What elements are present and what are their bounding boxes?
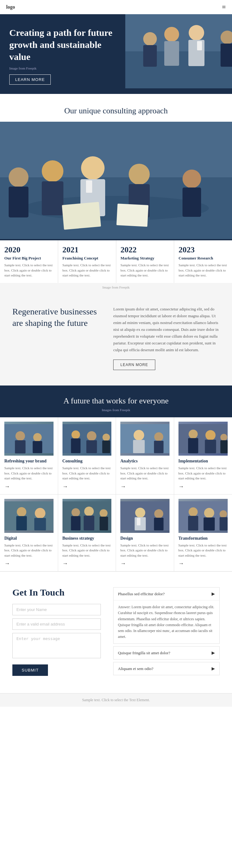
svg-point-17 [42,160,63,182]
team-photo [0,122,232,239]
svg-rect-27 [116,204,148,227]
milestone-title-2020: Our First Big Project [4,256,54,261]
service-card-brand: Refreshing your brand Sample text. Click… [0,417,58,495]
svg-rect-76 [219,517,227,530]
svg-point-29 [16,431,25,441]
milestones-section: 2020 Our First Big Project Sample text. … [0,239,232,283]
milestone-text-2023: Sample text. Click to select the text bo… [178,262,228,278]
svg-point-53 [17,507,26,517]
svg-point-50 [220,434,227,441]
service-grid: Refreshing your brand Sample text. Click… [0,417,232,571]
service-arrow-implementation[interactable]: → [178,484,228,490]
faq-question-text-2: Quisque fringilla sit amet dolor? [118,651,170,655]
regen-learn-more-button[interactable]: LEARN MORE [113,360,155,370]
svg-point-24 [182,169,201,188]
service-arrow-consulting[interactable]: → [62,484,112,490]
regen-heading: Regenerative businesses are shaping the … [12,306,101,329]
service-image-digital [4,499,54,533]
svg-rect-42 [133,440,145,453]
milestone-title-2022: Marketing Strategy [121,256,170,261]
contact-submit-button[interactable]: SUBMIT [12,664,48,676]
svg-point-58 [71,508,80,517]
milestone-text-2020: Sample text. Click to select the text bo… [4,262,54,278]
contact-message-input[interactable] [12,633,101,658]
svg-rect-3 [143,45,157,67]
svg-point-38 [103,434,110,441]
svg-rect-52 [4,501,54,530]
svg-rect-72 [188,516,198,530]
faq-container: Phasellus sed efficitur dolor? ▶ Answer:… [113,587,220,678]
service-card-consulting: Consulting Sample text. Click to select … [58,417,116,495]
faq-question-2[interactable]: Quisque fringilla sit amet dolor? ▶ [114,647,219,659]
svg-point-55 [35,508,46,518]
svg-point-31 [33,433,41,441]
service-name-brand: Refreshing your brand [4,459,54,464]
team-photo-credit: Image from Freepik [0,283,232,290]
svg-rect-25 [182,187,201,217]
milestone-year-2022: 2022 [121,245,170,254]
svg-point-36 [87,431,96,441]
svg-rect-49 [205,440,216,454]
service-image-brand [4,422,54,456]
svg-rect-74 [204,518,215,530]
contact-email-input[interactable] [12,618,101,630]
hero-title: Creating a path for future growth and su… [9,27,116,63]
faq-question-text-3: Aliquam et sem odio? [118,666,153,671]
svg-rect-51 [220,440,228,453]
contact-section: Get In Touch SUBMIT Phasellus sed effici… [0,571,232,693]
service-card-implementation: Implementation Sample text. Click to sel… [174,417,232,495]
service-arrow-digital[interactable]: → [4,560,54,567]
svg-rect-16 [9,187,28,217]
hero-learn-more-button[interactable]: LEARN MORE [9,74,51,85]
faq-arrow-3: ▶ [211,666,215,671]
milestone-title-2023: Consumer Research [178,256,228,261]
faq-question-text-1: Phasellus sed efficitur dolor? [118,592,165,596]
svg-point-43 [154,432,163,441]
hero-photo-svg [125,14,232,88]
service-arrow-design[interactable]: → [120,560,170,567]
service-arrow-brand[interactable]: → [4,484,54,490]
service-text-analytics: Sample text. Click to select the text bo… [120,466,170,481]
logo: logo [6,4,15,10]
svg-rect-63 [99,517,108,530]
milestone-2023: 2023 Consumer Research Sample text. Clic… [174,240,232,283]
service-arrow-analytics[interactable]: → [120,484,170,490]
service-text-consulting: Sample text. Click to select the text bo… [62,466,112,481]
faq-question-3[interactable]: Aliquam et sem odio? ▶ [114,662,219,675]
hero-content: Creating a path for future growth and su… [0,14,125,94]
svg-rect-21 [86,180,92,193]
svg-rect-44 [154,441,164,453]
hero-image-credit: Image from Freepik [9,66,116,70]
svg-rect-67 [137,518,140,525]
svg-point-46 [188,430,197,439]
svg-rect-5 [164,41,179,66]
faq-item-1: Phasellus sed efficitur dolor? ▶ Answer:… [113,587,220,644]
svg-rect-56 [34,518,46,530]
service-name-transformation: Transformation [178,536,228,541]
regen-content: Lorem ipsum dolor sit amet, consectetur … [113,306,220,370]
contact-name-input[interactable] [12,604,101,615]
service-arrow-strategy[interactable]: → [62,560,112,567]
svg-rect-61 [84,516,94,530]
hero-image [125,14,232,94]
future-section: A future that works for everyone Images … [0,385,232,571]
svg-point-73 [204,508,214,518]
contact-title: Get In Touch [12,587,101,598]
svg-rect-18 [42,181,63,215]
service-image-consulting [62,422,112,456]
consulting-section: Our unique consulting approach [0,94,232,122]
svg-point-34 [71,431,80,439]
svg-point-6 [189,25,204,40]
milestone-year-2020: 2020 [4,245,54,254]
service-arrow-transformation[interactable]: → [178,560,228,567]
milestone-text-2021: Sample text. Click to select the text bo… [62,262,112,278]
service-text-strategy: Sample text. Click to select the text bo… [62,543,112,558]
hamburger-menu-icon[interactable]: ≡ [222,3,226,11]
service-card-design: Design Sample text. Click to select the … [116,495,174,572]
service-name-consulting: Consulting [62,459,112,464]
contact-form-container: Get In Touch SUBMIT [12,587,101,678]
svg-rect-54 [17,516,27,530]
faq-question-1[interactable]: Phasellus sed efficitur dolor? ▶ [114,588,219,600]
footer-text: Sample text. Click to select the Text El… [82,698,150,702]
svg-rect-10 [197,41,202,50]
